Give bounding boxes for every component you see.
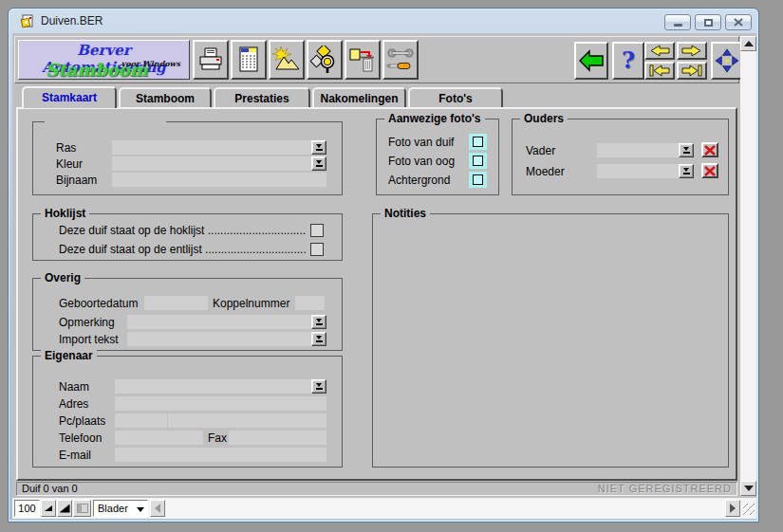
fax-label: Fax — [208, 431, 227, 445]
scroll-down-icon — [744, 486, 754, 491]
import-tekst-label: Import tekst — [59, 333, 119, 346]
naam-combobox[interactable] — [115, 379, 326, 394]
client-area: Berver Automatisering voor Windows Stamb… — [12, 33, 756, 519]
bijnaam-label: Bijnaam — [56, 174, 97, 187]
status-bar: Duif 0 van 0 NIET GEREGISTREERD — [16, 482, 737, 496]
geboortedatum-field[interactable] — [144, 296, 208, 310]
tab-label: Stamkaart — [42, 91, 97, 104]
entlijst-label: Deze duif staat op de entlijst .........… — [59, 243, 306, 256]
dropdown-bar — [316, 165, 323, 167]
kleur-combobox[interactable] — [112, 156, 326, 171]
tab-prestaties[interactable]: Prestaties — [214, 87, 310, 107]
toolbar: Berver Automatisering voor Windows Stamb… — [14, 36, 739, 83]
import-tekst-combobox[interactable] — [127, 332, 326, 346]
app-window: Duiven.BER Berver Automatisering voor Wi… — [8, 8, 759, 523]
help-button[interactable]: ? — [612, 42, 644, 80]
vscroll-up-button[interactable] — [740, 36, 756, 51]
zoom-out-button[interactable] — [41, 500, 56, 517]
dropdown-arrow-icon — [137, 507, 144, 512]
next-record-button[interactable] — [677, 42, 707, 60]
hscroll-left-button[interactable] — [150, 500, 165, 517]
browse-mode-combobox[interactable]: Blader — [93, 500, 148, 517]
hscroll-track[interactable] — [166, 500, 725, 517]
fax-field[interactable] — [229, 431, 326, 445]
back-button[interactable] — [574, 42, 608, 80]
entlijst-checkbox[interactable] — [310, 243, 324, 256]
move-button[interactable] — [711, 42, 742, 80]
first-record-button[interactable] — [644, 62, 675, 80]
titlebar[interactable]: Duiven.BER — [9, 9, 758, 33]
vscroll-down-button[interactable] — [740, 481, 756, 496]
zoom-value-box[interactable]: 100 — [14, 500, 40, 517]
kleur-dropdown-button[interactable] — [311, 156, 326, 171]
scroll-up-icon — [744, 41, 754, 46]
move-icon — [714, 47, 740, 74]
foto-duif-label: Foto van duif — [388, 136, 454, 149]
hoklijst-label: Deze duif staat op de hoklijst .........… — [59, 224, 306, 237]
close-button[interactable] — [725, 14, 752, 30]
geboortedatum-label: Geboortedatum — [59, 297, 138, 310]
back-icon — [578, 48, 605, 73]
previous-record-button[interactable] — [644, 42, 675, 60]
remove-moeder-button[interactable] — [701, 163, 718, 178]
resize-grip[interactable] — [743, 504, 755, 515]
dropdown-bar — [683, 152, 690, 154]
remove-vader-button[interactable] — [701, 142, 718, 157]
hoklijst-checkbox[interactable] — [310, 224, 324, 237]
last-record-button[interactable] — [677, 62, 707, 80]
notities-textarea[interactable] — [375, 220, 726, 465]
pcplaats-label: Pc/plaats — [59, 414, 105, 428]
adres-field[interactable] — [115, 396, 326, 411]
delete-button[interactable] — [345, 40, 381, 80]
photos-group: Aanwezige foto's Foto van duif Foto van … — [376, 119, 499, 195]
postcode-field[interactable] — [115, 413, 167, 428]
opmerking-combobox[interactable] — [127, 315, 326, 329]
minimize-icon — [674, 24, 682, 27]
print-button[interactable] — [193, 40, 229, 80]
import-tekst-dropdown-button[interactable] — [311, 332, 326, 346]
window-title: Duiven.BER — [41, 9, 103, 33]
close-icon — [734, 18, 743, 27]
ras-combobox[interactable] — [112, 140, 326, 155]
dropdown-bar — [683, 173, 690, 174]
bijnaam-field[interactable] — [112, 173, 326, 187]
search-button[interactable] — [307, 40, 343, 80]
tools-button[interactable] — [382, 40, 419, 80]
minimize-button[interactable] — [664, 14, 691, 30]
achtergrond-indicator[interactable] — [469, 172, 487, 188]
report-button[interactable] — [231, 40, 267, 80]
panel-view-button[interactable] — [73, 500, 91, 517]
ras-label: Ras — [56, 141, 76, 155]
adres-label: Adres — [59, 397, 88, 411]
photos-button[interactable] — [269, 40, 305, 80]
tab-stamboom[interactable]: Stamboom — [119, 87, 212, 107]
search-icon — [310, 46, 339, 74]
naam-dropdown-button[interactable] — [311, 379, 326, 394]
hscroll-right-button[interactable] — [725, 500, 740, 517]
checkbox-icon — [473, 174, 483, 185]
opmerking-dropdown-button[interactable] — [311, 315, 326, 329]
email-field[interactable] — [115, 448, 326, 462]
vader-dropdown-button[interactable] — [679, 143, 694, 157]
vertical-scrollbar[interactable] — [740, 36, 756, 496]
vader-label: Vader — [526, 144, 555, 157]
telefoon-field[interactable] — [115, 431, 203, 445]
zoom-in-button[interactable] — [57, 500, 72, 517]
tab-stamkaart[interactable]: Stamkaart — [22, 86, 117, 108]
scroll-right-icon — [730, 504, 736, 513]
prev-record-icon — [648, 44, 671, 58]
tab-fotos[interactable]: Foto's — [408, 87, 503, 107]
ras-dropdown-button[interactable] — [311, 140, 326, 155]
foto-oog-indicator[interactable] — [469, 153, 487, 169]
dropdown-arrow-icon — [683, 168, 689, 172]
tab-label: Foto's — [438, 92, 473, 105]
eigenaar-group: Eigenaar Naam Adres Pc/plaats Telefoon F… — [32, 356, 343, 468]
moeder-dropdown-button[interactable] — [679, 164, 694, 178]
maximize-button[interactable] — [695, 14, 721, 30]
ouders-group-title: Ouders — [520, 112, 568, 125]
koppelnummer-field[interactable] — [295, 296, 325, 310]
foto-duif-indicator[interactable] — [469, 134, 487, 150]
photos-group-title: Aanwezige foto's — [384, 112, 485, 125]
plaats-field[interactable] — [168, 413, 326, 428]
tab-nakomelingen[interactable]: Nakomelingen — [312, 87, 406, 107]
